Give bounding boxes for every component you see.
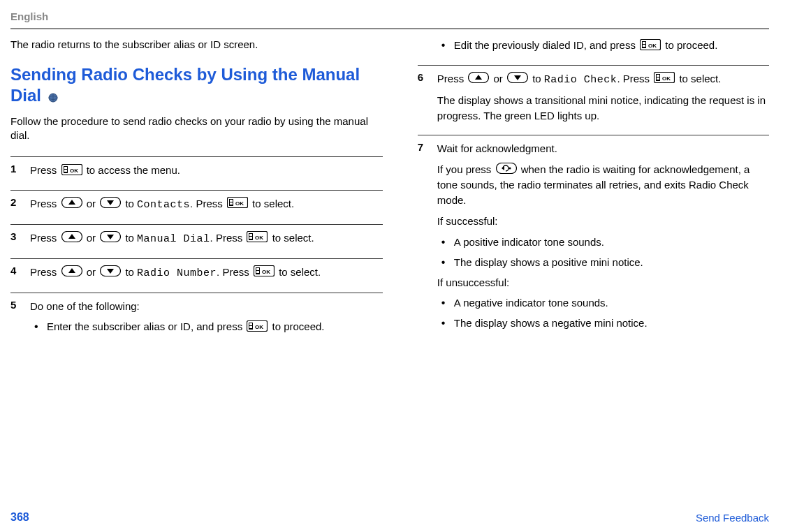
- svg-text:OK: OK: [262, 269, 270, 275]
- s7-unsucc-b1: A negative indicator tone sounds.: [437, 295, 769, 310]
- step-num-7: 7: [418, 141, 437, 337]
- s5-bullet-1: Enter the subscriber alias or ID, and pr…: [30, 319, 383, 335]
- step-body-5: Do one of the following: Enter the subsc…: [30, 299, 383, 341]
- s5b-bullets: Edit the previously dialed ID, and press…: [437, 38, 769, 54]
- s2-t1: Press: [30, 198, 60, 209]
- s3-t3: to: [125, 232, 137, 244]
- up-button-icon: [468, 72, 489, 87]
- s6-t1: Press: [437, 73, 467, 84]
- step-body-5b: Edit the previously dialed ID, and press…: [437, 38, 769, 59]
- ok-button-icon: OK: [247, 320, 268, 335]
- svg-text:OK: OK: [255, 235, 263, 241]
- s6-t2: or: [493, 73, 506, 84]
- s7-succ-b1: A positive indicator tone sounds.: [437, 235, 769, 249]
- up-button-icon: [61, 197, 82, 212]
- s4-t5: to select.: [279, 266, 321, 278]
- step-num-6: 6: [418, 71, 437, 129]
- procedure-intro: Follow the procedure to send radio check…: [10, 114, 383, 143]
- svg-rect-33: [256, 271, 259, 273]
- down-button-icon: [100, 197, 121, 212]
- step-num-2: 2: [10, 196, 30, 219]
- svg-text:OK: OK: [648, 43, 657, 49]
- s5b1b: to proceed.: [272, 320, 324, 332]
- step-3: 3 Press or to Manual Dial. Press OK: [10, 225, 383, 258]
- section-heading: Sending Radio Checks by Using the Manual…: [10, 64, 383, 108]
- s6-t5: to select.: [679, 73, 721, 84]
- s4-t1: Press: [30, 266, 60, 278]
- step-body-1: Press OK to access the menu.: [30, 163, 383, 184]
- step-body-3: Press or to Manual Dial. Press OK to sel…: [30, 230, 383, 253]
- svg-text:OK: OK: [70, 168, 78, 174]
- left-column: The radio returns to the subscriber alia…: [10, 38, 383, 346]
- s7-unsucc-list: A negative indicator tone sounds. The di…: [437, 295, 769, 330]
- step-num-blank: [418, 38, 437, 59]
- step-num-1: 1: [10, 163, 30, 184]
- footer: 368 Send Feedback: [10, 511, 769, 524]
- down-button-icon: [507, 72, 528, 87]
- svg-rect-54: [496, 163, 516, 173]
- s7-unsucc: If unsuccessful:: [437, 275, 769, 290]
- s2-t5: to select.: [252, 198, 294, 209]
- s2-t4: . Press: [190, 198, 226, 209]
- s7-succ-b2: The display shows a positive mini notice…: [437, 255, 769, 269]
- s1-t2: to access the menu.: [87, 164, 180, 176]
- ok-button-icon: OK: [61, 164, 82, 179]
- step-num-3: 3: [10, 230, 30, 253]
- s3-t4: . Press: [210, 232, 246, 244]
- step-4: 4 Press or to Radio Number. Press OK: [10, 259, 383, 293]
- s5b2b: to proceed.: [665, 39, 717, 51]
- s5-title: Do one of the following:: [30, 299, 383, 314]
- svg-text:OK: OK: [255, 324, 263, 330]
- s3-menu: Manual Dial: [137, 233, 210, 245]
- s2-t2: or: [87, 198, 99, 209]
- ok-button-icon: OK: [227, 197, 248, 212]
- s5b1a: Enter the subscriber alias or ID, and pr…: [47, 320, 245, 332]
- s2-menu: Contacts: [137, 199, 190, 211]
- s5-bullets: Enter the subscriber alias or ID, and pr…: [30, 319, 383, 335]
- step-num-5: 5: [10, 299, 30, 341]
- s3-t1: Press: [30, 232, 60, 244]
- step-body-4: Press or to Radio Number. Press OK to se…: [30, 265, 383, 287]
- svg-rect-52: [657, 77, 659, 80]
- s4-menu: Radio Number: [137, 267, 217, 279]
- step-5-continued: Edit the previously dialed ID, and press…: [418, 38, 769, 65]
- s6-t3: to: [532, 73, 544, 84]
- s1-t1: Press: [30, 164, 60, 176]
- s7-title: Wait for acknowledgment.: [437, 141, 769, 156]
- s4-t2: or: [87, 266, 99, 278]
- s4-t3: to: [125, 266, 137, 278]
- s5-bullet-2: Edit the previously dialed ID, and press…: [437, 38, 769, 54]
- ok-button-icon: OK: [247, 231, 268, 246]
- s2-t3: to: [125, 198, 137, 209]
- svg-text:OK: OK: [662, 75, 671, 82]
- content-columns: The radio returns to the subscriber alia…: [10, 38, 769, 346]
- up-button-icon: [61, 231, 82, 246]
- step-body-7: Wait for acknowledgment. If you press wh…: [437, 141, 769, 337]
- svg-rect-5: [64, 167, 67, 169]
- ok-button-icon: OK: [654, 72, 675, 87]
- s6-note: The display shows a transitional mini no…: [437, 93, 769, 124]
- step-5: 5 Do one of the following: Enter the sub…: [10, 293, 383, 346]
- send-feedback-link[interactable]: Send Feedback: [696, 512, 769, 524]
- s7-unsucc-b2: The display shows a negative mini notice…: [437, 316, 769, 330]
- step-body-2: Press or to Contacts. Press OK to select…: [30, 196, 383, 219]
- svg-rect-42: [643, 42, 645, 44]
- heading-text: Sending Radio Checks by Using the Manual…: [10, 65, 360, 105]
- right-column: Edit the previously dialed ID, and press…: [418, 38, 769, 346]
- svg-rect-6: [64, 170, 67, 172]
- svg-rect-14: [230, 200, 233, 202]
- s6-menu: Radio Check: [544, 74, 617, 86]
- step-1: 1 Press OK to access the menu.: [10, 157, 383, 190]
- s4-t4: . Press: [217, 266, 252, 278]
- s7-p1a: If you press: [437, 163, 495, 175]
- svg-rect-32: [256, 268, 259, 270]
- svg-rect-43: [643, 45, 645, 47]
- down-button-icon: [100, 231, 121, 246]
- svg-rect-15: [230, 202, 233, 205]
- intro-text: The radio returns to the subscriber alia…: [10, 38, 383, 52]
- page-number: 368: [10, 511, 29, 524]
- step-6: 6 Press or to Radio Check. Press OK: [418, 66, 769, 135]
- ok-button-icon: OK: [254, 265, 275, 281]
- svg-rect-51: [657, 75, 659, 77]
- step-2: 2 Press or to Contacts. Press OK t: [10, 191, 383, 224]
